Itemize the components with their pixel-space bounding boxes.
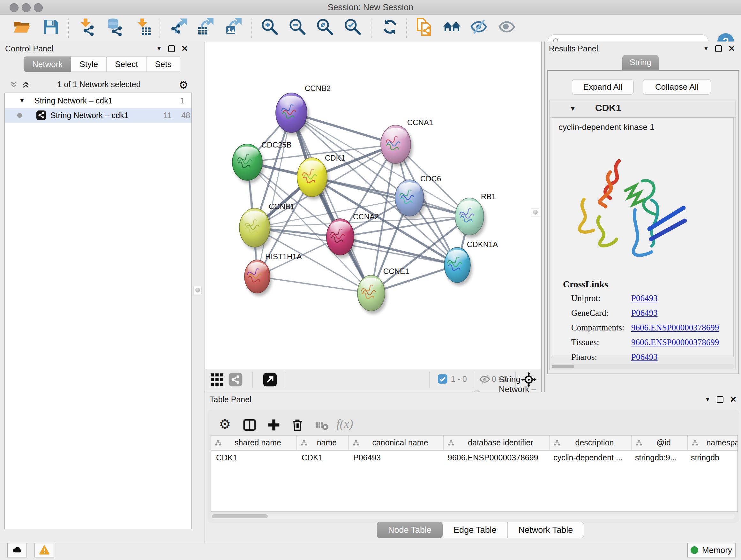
column-header-description[interactable]: description	[549, 435, 631, 450]
clone-network-icon[interactable]	[415, 18, 433, 36]
crosslink-link[interactable]: 9606.ENSP00000378699	[631, 323, 719, 333]
panel-menu-icon[interactable]: ▼	[156, 46, 162, 52]
hide-eye-slash-icon[interactable]	[470, 18, 488, 36]
close-panel-icon[interactable]: ✕	[730, 397, 737, 402]
selected-checkbox-icon[interactable]	[437, 374, 448, 385]
table-cell[interactable]: 9606.ENSP00000378699	[443, 450, 548, 464]
export-table-icon[interactable]	[197, 18, 215, 36]
import-network-icon[interactable]	[78, 18, 96, 36]
node-CCNE1[interactable]: CCNE1	[357, 267, 409, 314]
warning-button[interactable]	[35, 543, 54, 557]
column-header-name[interactable]: name	[297, 435, 349, 450]
panel-splitter-handle[interactable]	[531, 208, 539, 216]
crosslink-link[interactable]: P06493	[631, 308, 658, 318]
birds-eye-view-icon[interactable]	[263, 372, 277, 388]
table-cell[interactable]: cyclin-dependent ...	[548, 450, 630, 464]
network-row-selected[interactable]: String Network – cdk1 11 48	[5, 108, 192, 123]
float-panel-icon[interactable]	[168, 45, 175, 52]
table-cell[interactable]: stringdb:9...	[630, 450, 686, 464]
node-CDC6[interactable]: CDC6	[395, 174, 441, 219]
export-network-icon[interactable]	[170, 18, 188, 36]
status-bar: Memory	[0, 543, 741, 560]
float-panel-icon[interactable]	[715, 45, 722, 52]
memory-button[interactable]: Memory	[687, 543, 736, 557]
expand-all-button[interactable]: Expand All	[572, 79, 634, 95]
float-panel-icon[interactable]	[717, 396, 724, 403]
panel-splitter-handle[interactable]	[193, 286, 202, 294]
node-label-CDC25B: CDC25B	[261, 140, 292, 149]
houses-icon[interactable]	[443, 18, 461, 36]
export-image-icon[interactable]	[225, 18, 243, 36]
edge-CDK1-RB1[interactable]	[312, 177, 469, 216]
import-network-from-database-icon[interactable]	[105, 18, 123, 36]
entry-expand-icon[interactable]: ▼	[569, 105, 576, 112]
node-CDC25B[interactable]: CDC25B	[232, 140, 292, 183]
tab-sets[interactable]: Sets	[146, 57, 180, 72]
collection-label: String Network – cdk1	[35, 93, 113, 108]
column-header-namespace[interactable]: namespace	[688, 435, 738, 450]
column-header-shared-name[interactable]: shared name	[211, 435, 297, 450]
grid-view-icon[interactable]	[210, 372, 224, 388]
panel-menu-icon[interactable]: ▼	[705, 396, 711, 403]
gear-icon[interactable]: ⚙	[179, 78, 188, 91]
tab-style[interactable]: Style	[71, 57, 107, 72]
open-session-icon[interactable]	[13, 18, 30, 36]
add-column-icon[interactable]	[267, 418, 281, 432]
zoom-in-icon[interactable]	[261, 18, 279, 36]
tab-edge-table[interactable]: Edge Table	[443, 522, 508, 538]
node-CCNA1[interactable]: CCNA1	[381, 118, 433, 166]
network-graph[interactable]: CCNB2CCNA1CDC25BCDK1CDC6RB1CCNB1CCNA2CDK…	[205, 42, 541, 369]
column-header-canonical-name[interactable]: canonical name	[349, 435, 444, 450]
crosslink-label: Uniprot:	[571, 294, 601, 303]
table-gear-icon[interactable]: ⚙	[219, 418, 233, 432]
function-builder-icon[interactable]: f(x)	[336, 417, 353, 431]
table-cell[interactable]: CDK1	[296, 450, 348, 464]
table-cell[interactable]: CDK1	[211, 450, 296, 464]
edge-CCNB2-CCNE1[interactable]	[291, 113, 371, 293]
network-collection-row[interactable]: ▼ String Network – cdk1 1	[5, 93, 192, 108]
show-eye-icon[interactable]	[498, 18, 516, 36]
column-header-@id[interactable]: @id	[631, 435, 688, 450]
collection-expand-icon[interactable]: ▼	[19, 93, 25, 108]
table-hscrollbar[interactable]	[211, 514, 735, 519]
node-CDKN1A[interactable]: CDKN1A	[444, 240, 498, 286]
hidden-eye-slash-icon[interactable]	[479, 374, 490, 386]
delete-column-icon[interactable]	[290, 418, 305, 432]
tab-network[interactable]: Network	[23, 57, 71, 72]
tab-select[interactable]: Select	[107, 57, 146, 72]
table-cell[interactable]: P06493	[348, 450, 443, 464]
panel-menu-icon[interactable]: ▼	[703, 46, 709, 52]
crosslink-link[interactable]: P06493	[631, 352, 658, 362]
import-table-icon[interactable]	[134, 18, 152, 36]
crosslink-link[interactable]: 9606.ENSP00000378699	[631, 337, 719, 348]
tab-network-table[interactable]: Network Table	[508, 522, 584, 538]
save-session-icon[interactable]	[42, 18, 60, 36]
table-panel-title: Table Panel	[210, 395, 252, 404]
collapse-all-button[interactable]: Collapse All	[643, 79, 711, 95]
zoom-out-icon[interactable]	[288, 18, 307, 36]
node-CCNB2[interactable]: CCNB2	[276, 84, 331, 135]
table-row[interactable]: CDK1CDK1P064939606.ENSP00000378699cyclin…	[211, 450, 738, 464]
zoom-selected-icon[interactable]	[344, 18, 361, 36]
close-panel-icon[interactable]: ✕	[181, 46, 188, 51]
tab-string[interactable]: String	[622, 55, 659, 70]
cloud-button[interactable]	[7, 543, 27, 557]
close-panel-icon[interactable]: ✕	[728, 46, 735, 51]
crosslink-row: GeneCard:P06493	[571, 308, 731, 323]
edge-CCNE1-HIST1H1A[interactable]	[257, 276, 371, 293]
crosslink-link[interactable]: P06493	[631, 294, 658, 303]
node-RB1[interactable]: RB1	[455, 192, 496, 238]
show-columns-icon[interactable]	[243, 418, 257, 432]
delete-table-icon[interactable]	[315, 418, 329, 432]
cdk1-entry-header[interactable]: ▼ CDK1	[550, 100, 736, 118]
crosshair-icon[interactable]	[521, 372, 536, 388]
node-HIST1H1A[interactable]: HIST1H1A	[245, 252, 302, 296]
table-cell[interactable]: stringdb	[686, 450, 738, 464]
zoom-fit-icon[interactable]	[316, 18, 334, 36]
network-share-icon[interactable]	[228, 372, 243, 388]
tab-node-table[interactable]: Node Table	[377, 522, 443, 538]
refresh-icon[interactable]	[381, 18, 399, 36]
column-header-database-identifier[interactable]: database identifier	[444, 435, 549, 450]
network-canvas[interactable]: CCNB2CCNA1CDC25BCDK1CDC6RB1CCNB1CCNA2CDK…	[205, 42, 541, 369]
results-hscrollbar[interactable]	[551, 364, 734, 369]
